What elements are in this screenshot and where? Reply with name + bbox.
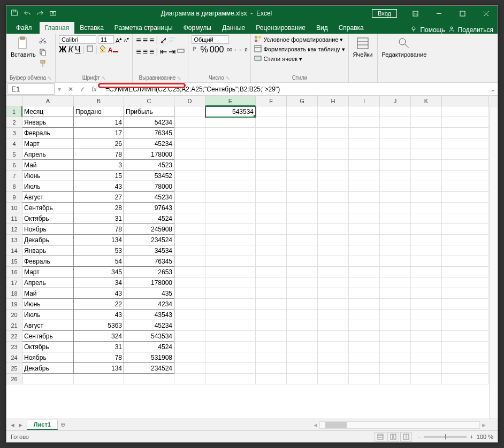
share-button[interactable]: Поделиться bbox=[458, 26, 493, 34]
cell[interactable]: Август bbox=[22, 320, 74, 331]
cell[interactable] bbox=[411, 192, 442, 203]
tab-help[interactable]: Справка bbox=[333, 22, 369, 34]
cell[interactable]: 34 bbox=[74, 277, 124, 288]
cell[interactable] bbox=[256, 352, 287, 363]
cell[interactable] bbox=[380, 277, 411, 288]
cell[interactable] bbox=[256, 149, 287, 160]
row-header[interactable]: 3 bbox=[6, 128, 22, 138]
cell[interactable] bbox=[174, 277, 205, 288]
increase-font-icon[interactable]: A▴ bbox=[116, 35, 122, 44]
cell[interactable] bbox=[380, 352, 411, 363]
conditional-formatting-button[interactable]: Условное форматирование bbox=[263, 36, 338, 43]
cell[interactable] bbox=[318, 171, 349, 181]
camera-icon[interactable] bbox=[49, 9, 57, 18]
cell[interactable] bbox=[318, 213, 349, 224]
format-table-icon[interactable] bbox=[254, 45, 262, 53]
cell[interactable] bbox=[174, 342, 205, 352]
cell[interactable] bbox=[380, 331, 411, 342]
col-header-K[interactable]: K bbox=[411, 96, 442, 106]
login-button[interactable]: Вход bbox=[372, 9, 397, 18]
cell[interactable] bbox=[205, 288, 256, 299]
cell[interactable] bbox=[318, 203, 349, 213]
cell[interactable] bbox=[205, 138, 256, 149]
cell[interactable] bbox=[174, 160, 205, 171]
ribbon-options-icon[interactable] bbox=[403, 6, 427, 21]
cell[interactable] bbox=[380, 310, 411, 320]
cell[interactable]: 78000 bbox=[124, 181, 174, 192]
cell[interactable]: 43543 bbox=[124, 310, 174, 320]
cell[interactable] bbox=[380, 288, 411, 299]
cell[interactable] bbox=[256, 342, 287, 352]
cell[interactable] bbox=[287, 192, 318, 203]
cell[interactable] bbox=[411, 352, 442, 363]
cell[interactable] bbox=[205, 331, 256, 342]
font-name-input[interactable] bbox=[59, 35, 96, 44]
cell[interactable] bbox=[411, 342, 442, 352]
cell[interactable]: 14 bbox=[74, 117, 124, 128]
cell[interactable]: 134 bbox=[74, 235, 124, 245]
cell[interactable] bbox=[349, 288, 380, 299]
cell[interactable] bbox=[287, 267, 318, 277]
accept-formula-icon[interactable]: ✓ bbox=[77, 86, 88, 93]
col-header-D[interactable]: D bbox=[174, 96, 205, 106]
cell[interactable] bbox=[411, 320, 442, 331]
cell[interactable] bbox=[205, 363, 256, 374]
cell[interactable]: Май bbox=[22, 288, 74, 299]
cell[interactable] bbox=[256, 256, 287, 267]
cell[interactable]: Май bbox=[22, 160, 74, 171]
tab-home[interactable]: Главная bbox=[40, 22, 75, 34]
currency-icon[interactable]: ₽ bbox=[192, 45, 199, 55]
cell[interactable] bbox=[349, 181, 380, 192]
cell[interactable]: 45234 bbox=[124, 320, 174, 331]
cell[interactable] bbox=[411, 213, 442, 224]
cell[interactable] bbox=[349, 106, 380, 117]
cell[interactable]: 22 bbox=[74, 299, 124, 310]
cell[interactable] bbox=[318, 117, 349, 128]
underline-button[interactable]: Ч bbox=[75, 45, 81, 55]
cell[interactable] bbox=[174, 213, 205, 224]
row-header[interactable]: 17 bbox=[6, 277, 22, 288]
cell[interactable] bbox=[174, 256, 205, 267]
orientation-icon[interactable]: ⤢ bbox=[160, 35, 167, 45]
cell[interactable] bbox=[411, 203, 442, 213]
zoom-slider[interactable] bbox=[424, 436, 467, 438]
row-header[interactable]: 22 bbox=[6, 331, 22, 342]
cell[interactable] bbox=[318, 181, 349, 192]
cell[interactable] bbox=[318, 277, 349, 288]
cell[interactable] bbox=[380, 117, 411, 128]
cell[interactable]: 53 bbox=[74, 245, 124, 256]
cell[interactable] bbox=[411, 224, 442, 235]
fill-color-icon[interactable] bbox=[99, 45, 106, 55]
bold-button[interactable]: Ж bbox=[59, 45, 66, 55]
cell[interactable] bbox=[349, 117, 380, 128]
cell[interactable] bbox=[349, 192, 380, 203]
cell[interactable]: Сентябрь bbox=[22, 203, 74, 213]
cell[interactable] bbox=[205, 224, 256, 235]
cell[interactable] bbox=[256, 192, 287, 203]
cell[interactable] bbox=[411, 160, 442, 171]
cell[interactable] bbox=[318, 288, 349, 299]
cell[interactable] bbox=[205, 245, 256, 256]
cell[interactable] bbox=[174, 331, 205, 342]
cell[interactable]: 28 bbox=[74, 203, 124, 213]
cell[interactable]: Март bbox=[22, 267, 74, 277]
cell[interactable] bbox=[205, 310, 256, 320]
cell[interactable] bbox=[287, 310, 318, 320]
cell[interactable] bbox=[318, 342, 349, 352]
cell[interactable] bbox=[349, 299, 380, 310]
cell[interactable] bbox=[380, 245, 411, 256]
cell[interactable] bbox=[287, 288, 318, 299]
cell[interactable] bbox=[256, 128, 287, 138]
cell[interactable]: 234524 bbox=[124, 363, 174, 374]
cell[interactable] bbox=[205, 277, 256, 288]
col-header-G[interactable]: G bbox=[287, 96, 318, 106]
cell[interactable]: Июнь bbox=[22, 171, 74, 181]
cell[interactable] bbox=[287, 320, 318, 331]
cell[interactable]: 543534 bbox=[205, 106, 256, 117]
cell[interactable] bbox=[349, 342, 380, 352]
cell[interactable] bbox=[205, 235, 256, 245]
cell[interactable]: Февраль bbox=[22, 256, 74, 267]
cell[interactable] bbox=[349, 203, 380, 213]
cell[interactable] bbox=[287, 106, 318, 117]
cell[interactable] bbox=[256, 235, 287, 245]
